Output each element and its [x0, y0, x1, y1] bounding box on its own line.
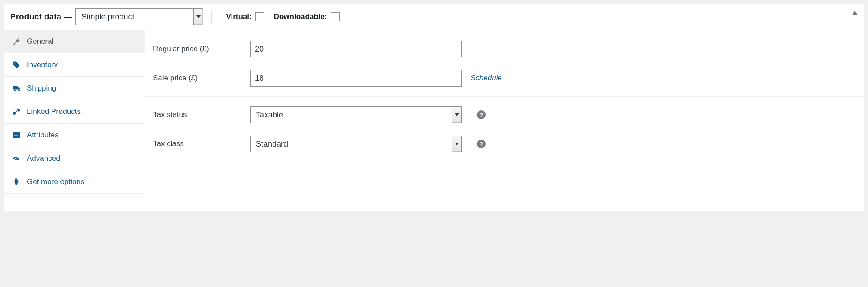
tab-inventory[interactable]: Inventory — [4, 53, 145, 77]
virtual-checkbox[interactable] — [255, 12, 264, 21]
schedule-link[interactable]: Schedule — [471, 74, 502, 83]
product-type-select[interactable]: Simple product — [75, 8, 203, 25]
tab-shipping[interactable]: Shipping — [4, 77, 145, 100]
plug-icon — [13, 178, 21, 185]
tax-status-label: Tax status — [153, 110, 241, 119]
tab-label: Attributes — [27, 131, 59, 140]
downloadable-label: Downloadable: — [274, 12, 340, 21]
tag-icon — [13, 61, 21, 68]
select-caret-button[interactable] — [452, 107, 461, 123]
wrench-icon — [13, 38, 21, 45]
tab-label: Advanced — [27, 154, 60, 163]
tab-linked-products[interactable]: Linked Products — [4, 100, 145, 124]
tabs-sidebar: General Inventory Shipping Linked Produc… — [4, 30, 145, 211]
row-tax-status: Tax status Taxable ? — [145, 100, 864, 129]
sale-price-label: Sale price (£) — [153, 74, 241, 83]
tab-label: Inventory — [27, 60, 58, 69]
tab-get-more-options[interactable]: Get more options — [4, 170, 145, 194]
caret-down-icon — [455, 113, 459, 116]
svg-marker-0 — [852, 11, 858, 15]
svg-rect-3 — [14, 135, 18, 136]
downloadable-checkbox[interactable] — [331, 12, 340, 21]
help-icon[interactable]: ? — [477, 140, 486, 148]
truck-icon — [13, 85, 21, 92]
tab-label: Shipping — [27, 84, 56, 93]
separator — [211, 11, 212, 23]
tab-attributes[interactable]: Attributes — [4, 124, 145, 147]
list-icon — [13, 132, 21, 139]
product-type-value: Simple product — [76, 12, 193, 22]
tax-class-label: Tax class — [153, 140, 241, 148]
collapse-toggle[interactable] — [852, 11, 858, 15]
help-icon[interactable]: ? — [477, 110, 486, 119]
tab-general[interactable]: General — [4, 30, 145, 53]
panel-title: Product data — — [10, 12, 72, 22]
product-data-panel: Product data — Simple product Virtual: D… — [4, 4, 864, 211]
general-content: Regular price (£) Sale price (£) Schedul… — [145, 30, 864, 211]
tax-class-select[interactable]: Standard — [250, 136, 462, 152]
tab-label: Get more options — [27, 177, 84, 186]
gear-icon — [13, 155, 21, 162]
row-regular-price: Regular price (£) — [145, 34, 864, 64]
tax-status-value: Taxable — [251, 110, 452, 120]
tax-class-value: Standard — [251, 140, 452, 149]
panel-body: General Inventory Shipping Linked Produc… — [4, 30, 864, 211]
link-icon — [13, 108, 21, 115]
row-tax-class: Tax class Standard ? — [145, 129, 864, 159]
svg-rect-2 — [14, 134, 16, 135]
tab-label: General — [27, 37, 53, 46]
regular-price-input[interactable] — [250, 41, 462, 57]
caret-down-icon — [455, 143, 459, 145]
select-caret-button[interactable] — [193, 9, 203, 25]
tax-status-select[interactable]: Taxable — [250, 106, 462, 123]
row-sale-price: Sale price (£) Schedule — [145, 64, 864, 93]
tab-advanced[interactable]: Advanced — [4, 147, 145, 170]
divider — [145, 96, 864, 97]
caret-down-icon — [196, 15, 201, 18]
select-caret-button[interactable] — [452, 136, 461, 152]
panel-header: Product data — Simple product Virtual: D… — [4, 4, 864, 30]
regular-price-label: Regular price (£) — [153, 45, 241, 53]
virtual-label: Virtual: — [226, 12, 264, 21]
tab-label: Linked Products — [27, 107, 81, 116]
sale-price-input[interactable] — [250, 70, 462, 87]
